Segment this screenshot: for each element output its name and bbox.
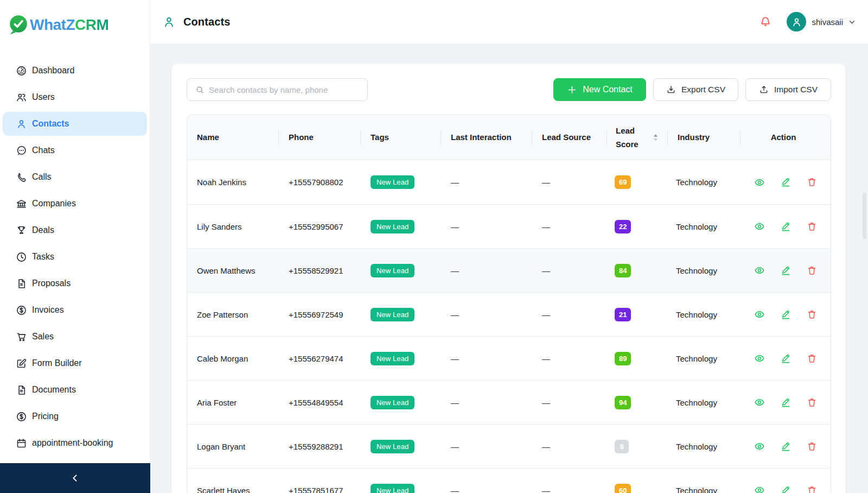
pencil-icon	[781, 177, 791, 187]
sidebar-item-proposals[interactable]: Proposals	[3, 271, 147, 295]
export-csv-button[interactable]: Export CSV	[653, 78, 738, 101]
tag-badge: New Lead	[371, 484, 414, 493]
sidebar-item-tasks[interactable]: Tasks	[3, 245, 147, 269]
sort-icon[interactable]	[652, 134, 659, 142]
contact-tags: New Lead	[361, 160, 441, 204]
sidebar-item-dashboard[interactable]: Dashboard	[3, 59, 147, 83]
contact-phone: +15557851677	[279, 469, 361, 493]
contact-phone: +15556279474	[279, 337, 361, 380]
contact-name: Lily Sanders	[187, 205, 279, 248]
lead-score-badge: 89	[615, 352, 631, 365]
sidebar-item-label: Companies	[32, 199, 76, 208]
brand-logo[interactable]: WhatZCRM	[0, 0, 150, 35]
tag-badge: New Lead	[371, 352, 414, 365]
sidebar-item-label: Chats	[32, 146, 55, 155]
sidebar-item-calls[interactable]: Calls	[3, 165, 147, 189]
sidebar-item-pricing[interactable]: Pricing	[3, 404, 147, 428]
view-contact-button[interactable]	[754, 353, 765, 364]
sidebar-item-form-builder[interactable]: Form Builder	[3, 351, 147, 375]
bell-icon[interactable]	[760, 16, 771, 28]
search-input[interactable]	[209, 85, 361, 94]
person-icon	[16, 118, 27, 130]
row-actions	[741, 293, 831, 336]
edit-contact-button[interactable]	[781, 397, 791, 408]
sidebar-item-sales[interactable]: Sales	[3, 325, 147, 349]
contact-last-interaction: —	[441, 469, 532, 493]
view-contact-button[interactable]	[754, 221, 765, 232]
contact-industry: Technology	[668, 337, 741, 380]
contact-lead-score: 22	[607, 205, 668, 248]
delete-contact-button[interactable]	[807, 397, 817, 408]
sidebar-nav: DashboardUsersContactsChatsCallsCompanie…	[0, 59, 150, 455]
contact-tags: New Lead	[361, 205, 441, 248]
table-row: Noah Jenkins+15557908802New Lead——69Tech…	[187, 160, 831, 204]
delete-contact-button[interactable]	[807, 309, 817, 320]
view-contact-button[interactable]	[754, 441, 765, 452]
row-actions	[741, 337, 831, 380]
sidebar-item-label: Contacts	[32, 119, 69, 129]
contact-phone: +15558529921	[279, 249, 361, 292]
new-contact-button[interactable]: New Contact	[553, 78, 646, 101]
contact-lead-score: 84	[607, 249, 668, 292]
contact-lead-source: —	[532, 469, 607, 493]
edit-contact-button[interactable]	[781, 353, 791, 364]
user-avatar[interactable]	[787, 12, 806, 31]
sidebar-item-label: Deals	[32, 225, 54, 235]
content-area: New Contact Export CSV Import CSV	[150, 43, 868, 493]
view-contact-button[interactable]	[754, 177, 765, 188]
contact-industry: Technology	[668, 160, 741, 204]
view-contact-button[interactable]	[754, 309, 765, 320]
sidebar-item-deals[interactable]: Deals	[3, 218, 147, 242]
sidebar-collapse-button[interactable]	[0, 463, 150, 493]
delete-contact-button[interactable]	[807, 266, 817, 276]
contact-industry: Technology	[668, 293, 741, 336]
tag-badge: New Lead	[371, 396, 414, 409]
edit-contact-button[interactable]	[781, 177, 791, 187]
sidebar-item-label: Dashboard	[32, 66, 74, 75]
import-csv-button[interactable]: Import CSV	[745, 78, 831, 101]
chevron-down-icon[interactable]	[848, 18, 856, 26]
users-icon	[16, 92, 27, 103]
edit-contact-button[interactable]	[781, 222, 791, 232]
table-row: Scarlett Hayes+15557851677New Lead——60Te…	[187, 468, 831, 493]
sidebar-item-label: Form Builder	[32, 358, 82, 368]
view-contact-button[interactable]	[754, 485, 765, 493]
delete-contact-button[interactable]	[807, 222, 817, 232]
sidebar-item-appointment-booking[interactable]: appointment-booking	[3, 431, 147, 455]
delete-contact-button[interactable]	[807, 177, 817, 187]
sidebar-item-contacts[interactable]: Contacts	[3, 112, 147, 136]
sidebar-item-users[interactable]: Users	[3, 85, 147, 109]
sidebar-item-invoices[interactable]: Invoices	[3, 298, 147, 322]
view-contact-button[interactable]	[754, 265, 765, 276]
table-row: Logan Bryant+15559288291New Lead——8Techn…	[187, 424, 831, 468]
edit-contact-button[interactable]	[781, 309, 791, 320]
form-icon	[16, 358, 27, 369]
sidebar-item-chats[interactable]: Chats	[3, 138, 147, 162]
sidebar-item-documents[interactable]: Documents	[3, 378, 147, 402]
tag-badge: New Lead	[371, 175, 414, 189]
delete-contact-button[interactable]	[807, 441, 817, 452]
delete-contact-button[interactable]	[807, 353, 817, 364]
bank-icon	[16, 198, 27, 210]
trash-icon	[807, 441, 817, 452]
clock-icon	[16, 251, 27, 263]
contact-tags: New Lead	[361, 249, 441, 292]
column-header-lead-score[interactable]: Lead Score	[607, 115, 668, 160]
row-actions	[741, 469, 831, 493]
page-scrollbar[interactable]	[863, 193, 866, 239]
trash-icon	[807, 222, 817, 232]
view-contact-button[interactable]	[754, 397, 765, 408]
edit-contact-button[interactable]	[781, 485, 791, 493]
delete-contact-button[interactable]	[807, 485, 817, 493]
edit-contact-button[interactable]	[781, 441, 791, 452]
cart-icon	[16, 331, 27, 343]
dollar-icon	[16, 305, 27, 316]
eye-icon	[754, 221, 765, 232]
edit-contact-button[interactable]	[781, 266, 791, 276]
contact-last-interaction: —	[441, 425, 532, 468]
eye-icon	[754, 397, 765, 408]
sidebar-item-companies[interactable]: Companies	[3, 192, 147, 216]
gauge-icon	[16, 65, 27, 77]
contact-industry: Technology	[668, 381, 741, 424]
user-name[interactable]: shivasaii	[812, 17, 843, 27]
